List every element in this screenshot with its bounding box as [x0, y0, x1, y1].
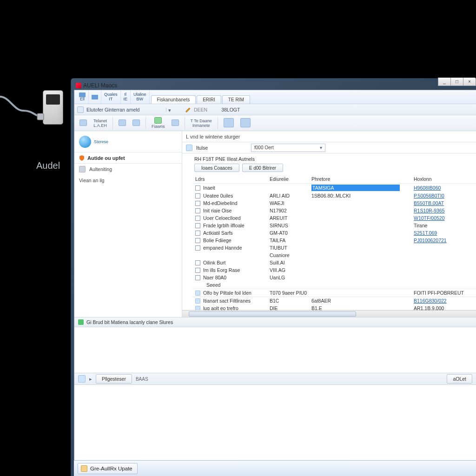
- tool-button[interactable]: [116, 119, 128, 127]
- section-button[interactable]: E d00 Bitrirer: [242, 164, 283, 172]
- breadcrumb-path[interactable]: Elutofer Ginterran ameld: [86, 107, 163, 112]
- mode-label: 38LOGT: [221, 107, 240, 112]
- separator: [145, 117, 146, 129]
- toolbar-label: DEEN: [194, 107, 207, 112]
- separator: [185, 117, 185, 129]
- table-row[interactable]: Itianart sact FiltliranesB1C6at8AERB116G…: [192, 297, 476, 305]
- menu-item-4[interactable]: UlalineBW: [131, 90, 150, 104]
- entry-icon: [195, 291, 200, 296]
- checkbox[interactable]: [195, 208, 200, 213]
- checkbox[interactable]: [195, 193, 200, 198]
- ribbon-tab-2[interactable]: TE RIM: [222, 95, 250, 104]
- tool-icon: [132, 119, 140, 126]
- sidebar-item-label: Aulteniting: [89, 166, 112, 172]
- taskbar-item[interactable]: Gre-AulIRx Upate: [78, 463, 138, 474]
- gear-icon: [79, 166, 86, 172]
- category-label: Sterese: [94, 139, 108, 144]
- table-row[interactable]: Bolie FdiiegeTAILFAPJ0100620721: [192, 237, 476, 244]
- table-row[interactable]: Init riaie OiseN17902R1S10R-9365: [192, 207, 476, 214]
- output-icon[interactable]: [78, 375, 86, 383]
- table-row[interactable]: Naer 80A0UanLG: [192, 274, 476, 281]
- tool-button[interactable]: [77, 119, 89, 127]
- tool-button-large[interactable]: [238, 118, 253, 128]
- nav-back-icon[interactable]: [77, 106, 84, 113]
- filter-bar: Itulse f000 Oert ▾: [182, 142, 476, 153]
- sidebar-item[interactable]: Aulteniting: [74, 164, 182, 175]
- checkbox[interactable]: [195, 260, 200, 265]
- output-small-label: BAAS: [136, 377, 148, 382]
- entry-icon: [195, 306, 200, 310]
- checkbox[interactable]: [195, 231, 200, 236]
- tool-button-large[interactable]: [221, 118, 236, 128]
- table-row[interactable]: Inaeit TAMSIGA H9608IB060: [192, 184, 476, 192]
- ribbon-tab-0[interactable]: Fiskanunbanets: [151, 95, 196, 104]
- table-row[interactable]: Uoer CeloeclloedAREUITW10TF/00520: [192, 214, 476, 222]
- checkbox[interactable]: [195, 216, 200, 221]
- table-row[interactable]: Seeed: [192, 281, 476, 289]
- tool-button[interactable]: TelanetL.A.EH: [91, 118, 109, 128]
- maximize-button[interactable]: □: [450, 78, 463, 86]
- scrollbar-thumb[interactable]: [189, 311, 356, 317]
- tool-button[interactable]: Fiawns: [149, 117, 167, 129]
- horizontal-scrollbar[interactable]: [182, 310, 476, 317]
- window-title: AUELI Maocs: [83, 82, 117, 89]
- diagnostic-device-illustration: [43, 90, 63, 125]
- edit-icon[interactable]: [185, 107, 191, 112]
- content-pane: L vnd le wintene sturger Itulse f000 Oer…: [182, 131, 476, 317]
- checkbox[interactable]: [195, 275, 200, 280]
- checkbox[interactable]: [195, 223, 200, 228]
- entry-icon: [195, 298, 200, 304]
- tool-icon: [79, 119, 87, 126]
- tool-icon: [119, 119, 126, 126]
- tool-button[interactable]: [130, 119, 142, 127]
- address-bar: Elutofer Ginterran ameld ▾ DEEN 38LOGT: [74, 104, 476, 115]
- sidebar-item[interactable]: Viean an ilg: [74, 175, 182, 186]
- table-header-row: Ldrs Ediureiie Phretore Hoxlonn: [192, 175, 476, 184]
- play-icon: [154, 117, 162, 124]
- checkbox[interactable]: [195, 185, 200, 191]
- close-button[interactable]: ×: [463, 78, 476, 86]
- output-button[interactable]: Pllgesteser: [96, 374, 132, 383]
- menu-item-0[interactable]: Ell: [76, 90, 89, 104]
- table-row[interactable]: Md-edDiebelindWAEJIB550TB.00AT: [192, 199, 476, 207]
- table-row[interactable]: Frade lgrblh ilfloaleSIRNUSTirane: [192, 222, 476, 229]
- tool-icon: [172, 119, 179, 126]
- sidebar-header: Autide ou upfet: [74, 152, 182, 164]
- tool-button[interactable]: [169, 119, 181, 127]
- app-window: AUELI Maocs _ □ × Ell QualesIT IlIE Ulal…: [71, 78, 476, 476]
- ribbon-tab-1[interactable]: ERIRI: [197, 95, 221, 104]
- output-panel: [74, 327, 476, 373]
- minimize-button[interactable]: _: [438, 78, 451, 86]
- cable-illustration: [0, 88, 44, 130]
- content-header: L vnd le wintene sturger: [182, 131, 476, 142]
- group-header: Cuaniore: [192, 251, 476, 259]
- menu-item-1[interactable]: [89, 90, 101, 104]
- table-row[interactable]: Ueatee 0uilesARLI AID1SB06.80:.MLCKIP.50…: [192, 192, 476, 199]
- table-row[interactable]: Im ills Eorg RaseVIII.AG: [192, 266, 476, 274]
- table-row[interactable]: Oilink BurtSuill.AI: [192, 259, 476, 266]
- breadcrumb-dropdown-icon[interactable]: ▾: [166, 107, 171, 112]
- properties-scroll[interactable]: RH F18T PNE IIleat Autnels Ioaes Coaaces…: [182, 153, 476, 310]
- table-row[interactable]: empaned HanndeTIUBUT: [192, 244, 476, 251]
- checkbox[interactable]: [195, 238, 200, 243]
- table-row[interactable]: Olfo by Piltale foil ldenT070 9aeer PIU0…: [192, 289, 476, 297]
- filter-select[interactable]: f000 Oert ▾: [251, 144, 325, 152]
- table-row[interactable]: lug aolt eo trefroDIEB1.EAR1.1B.9.000: [192, 304, 476, 310]
- sidebar-item-label: Viean an ilg: [79, 178, 105, 183]
- checkbox[interactable]: [195, 201, 200, 206]
- tool-button[interactable]: T Te DaaneInmanete: [188, 118, 214, 128]
- shield-icon: [79, 155, 85, 161]
- menu-item-3[interactable]: IlIE: [121, 90, 131, 104]
- sidebar-category[interactable]: Sterese: [74, 131, 182, 152]
- checkbox[interactable]: [195, 268, 200, 273]
- output-right-button[interactable]: aOLet: [447, 374, 472, 383]
- checkbox[interactable]: [195, 245, 200, 251]
- separator: [218, 117, 218, 129]
- menu-item-2[interactable]: QualesIT: [101, 90, 121, 104]
- table-row[interactable]: Actkiatil SarfsGM-AT0S251T.069: [192, 229, 476, 237]
- selected-value[interactable]: TAMSIGA: [311, 185, 400, 191]
- title-bar[interactable]: AUELI Maocs _ □ ×: [74, 81, 476, 90]
- section-button[interactable]: Ioaes Coaaces: [194, 164, 239, 172]
- filter-icon: [186, 145, 192, 151]
- filter-value: f000 Oert: [254, 145, 274, 150]
